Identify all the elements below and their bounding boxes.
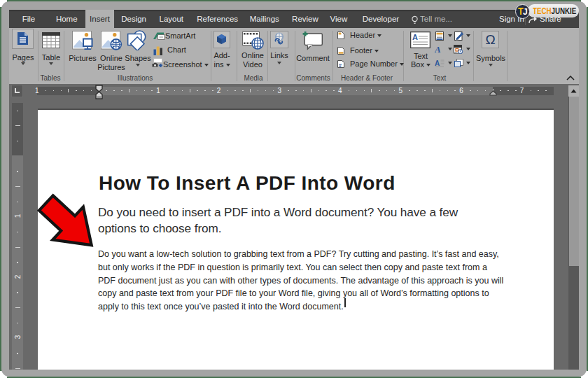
svg-text:A: A xyxy=(435,45,441,53)
svg-text:A: A xyxy=(412,33,418,41)
svg-text:A: A xyxy=(435,59,440,67)
